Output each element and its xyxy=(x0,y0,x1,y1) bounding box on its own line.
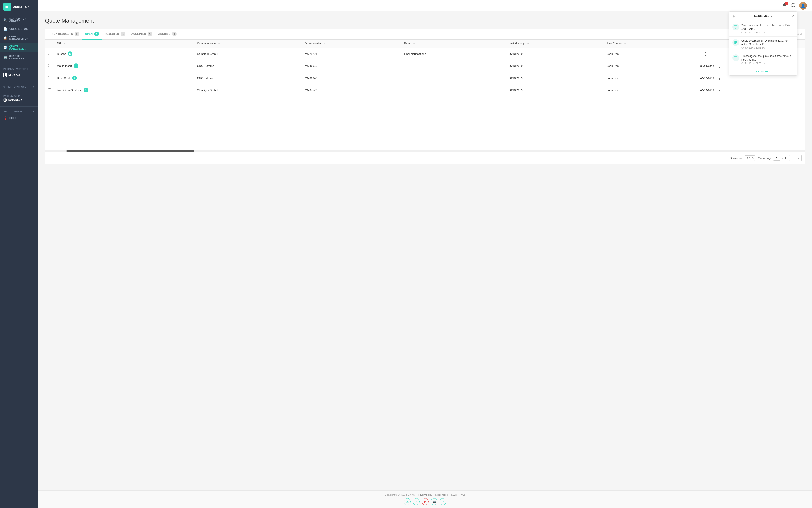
quote-table-container: NDA REQUESTS 0 OPEN 4 REJECTED 1 ACCEPTE… xyxy=(45,29,805,164)
notification-item[interactable]: 2 messages for the quote about order "Dr… xyxy=(729,21,797,37)
scrollbar-thumb[interactable] xyxy=(67,150,194,152)
sort-company-icon[interactable]: ⇅ xyxy=(218,42,220,45)
notif-type-icon xyxy=(732,39,739,46)
rows-per-page-select[interactable]: 10 25 50 xyxy=(745,156,755,161)
row-actions-button[interactable]: ⋮ xyxy=(716,63,723,69)
tab-archive[interactable]: ARCHIVE 0 xyxy=(155,29,179,40)
footer-copyright: Copyright © ORDERFOX AG xyxy=(385,494,415,496)
footer-privacy[interactable]: Privacy policy xyxy=(418,494,432,496)
row-created-date: 06/24/2019 xyxy=(700,65,714,68)
sort-last-message-icon[interactable]: ⇅ xyxy=(527,42,529,45)
notif-text: Quote acception by "Drehmoment AG" on or… xyxy=(741,39,794,46)
sidebar-logo[interactable]: OF ORDERFOX xyxy=(0,0,38,14)
tab-nda-requests-count: 0 xyxy=(75,32,79,36)
next-page-button[interactable]: › xyxy=(796,155,802,161)
search-companies-icon: 🏢 xyxy=(3,56,7,59)
sidebar-item-create-rfqs[interactable]: 📄 CREATE RFQS xyxy=(0,25,38,33)
col-order-label: Order number xyxy=(305,42,322,45)
sort-title-icon[interactable]: ⇅ xyxy=(64,42,66,45)
footer-legal[interactable]: Legal notice xyxy=(435,494,447,496)
row-created-date: 06/27/2019 xyxy=(700,89,714,92)
row-order-cell: MM37573 xyxy=(302,84,401,96)
tabs-bar: NDA REQUESTS 0 OPEN 4 REJECTED 1 ACCEPTE… xyxy=(45,29,805,40)
svg-rect-3 xyxy=(5,73,6,76)
tab-open[interactable]: OPEN 4 xyxy=(82,29,102,40)
row-created-date: 06/20/2019 xyxy=(700,77,714,80)
svg-point-6 xyxy=(4,99,6,101)
row-title: Drive Shaft 2 xyxy=(57,76,191,80)
notif-content: 2 messages for the quote about order "Dr… xyxy=(741,24,794,34)
row-checkbox[interactable] xyxy=(48,52,51,55)
page-total-label: to 1 xyxy=(782,157,786,160)
sidebar-about[interactable]: ABOUT ORDERFOX ▼ xyxy=(0,108,38,114)
notif-time: On Jun 14th at 12:38 pm xyxy=(741,32,794,34)
twitter-link[interactable]: 𝕏 xyxy=(404,498,411,505)
footer-faqs[interactable]: FAQs xyxy=(460,494,465,496)
row-title-cell: Drive Shaft 2 xyxy=(54,72,194,84)
prev-page-button[interactable]: ‹ xyxy=(789,155,795,161)
table-row: Buchse 10 Stunniger GmbH MM28224 Final c… xyxy=(45,48,805,60)
goto-page-label: Go to Page xyxy=(758,157,772,160)
sort-last-contact-icon[interactable]: ⇅ xyxy=(624,42,626,45)
tab-accepted[interactable]: ACCEPTED 1 xyxy=(128,29,155,40)
youtube-link[interactable]: ▶ xyxy=(422,498,428,505)
col-title-label: Title xyxy=(57,42,62,45)
notifications-close-button[interactable]: ✕ xyxy=(791,14,794,18)
row-company-cell: Stunniger GmbH xyxy=(194,84,302,96)
instagram-link[interactable]: 📷 xyxy=(431,498,437,505)
user-avatar[interactable]: 👤 xyxy=(799,2,807,9)
row-actions-button[interactable]: ⋮ xyxy=(716,75,723,81)
tab-accepted-label: ACCEPTED xyxy=(131,33,146,36)
row-checkbox-cell xyxy=(45,84,54,96)
row-title-text: Drive Shaft xyxy=(57,77,71,80)
sort-memo-icon[interactable]: ⇅ xyxy=(413,42,415,45)
sidebar-other-functions[interactable]: OTHER FUNCTIONS ▼ xyxy=(0,84,38,89)
notification-bell-button[interactable]: 3 xyxy=(782,3,787,8)
row-message-badge: 7 xyxy=(74,64,78,68)
row-order-cell: MM46055 xyxy=(302,60,401,72)
page-number-input[interactable] xyxy=(773,156,780,161)
col-header-last-message: Last Message ⇅ xyxy=(506,40,604,48)
table-row: Mould insert 7 CNC Extreme MM46055 06/13… xyxy=(45,60,805,72)
row-checkbox-cell xyxy=(45,48,54,60)
sidebar-item-search-orders[interactable]: 🔍 SEARCH FOR ORDERS xyxy=(0,15,38,25)
tab-rejected[interactable]: REJECTED 1 xyxy=(102,29,128,40)
row-title: Mould insert 7 xyxy=(57,64,191,68)
globe-icon-button[interactable] xyxy=(791,3,796,8)
sort-order-icon[interactable]: ⇅ xyxy=(324,42,325,45)
notifications-gear-icon[interactable]: ⚙ xyxy=(732,15,735,18)
row-actions-button[interactable]: ⋮ xyxy=(716,87,723,93)
svg-rect-2 xyxy=(3,73,4,77)
row-checkbox-cell xyxy=(45,60,54,72)
sidebar-item-quote-management[interactable]: 📑 QUOTE MANAGEMENT xyxy=(0,43,38,52)
checkbox-header xyxy=(45,40,54,48)
sidebar-item-create-rfqs-label: CREATE RFQS xyxy=(9,28,28,30)
table-horizontal-scrollbar[interactable] xyxy=(45,150,805,152)
sidebar-item-search-companies[interactable]: 🏢 SEARCH COMPANIES xyxy=(0,52,38,62)
row-title-cell: Mould insert 7 xyxy=(54,60,194,72)
row-checkbox[interactable] xyxy=(48,76,51,79)
linkedin-link[interactable]: in xyxy=(439,498,446,505)
table-header-row: Title ⇅ Company Name ⇅ Order number ⇅ xyxy=(45,40,805,48)
notification-item[interactable]: Quote acception by "Drehmoment AG" on or… xyxy=(729,37,797,52)
row-last-contact-cell: John Doe xyxy=(604,72,697,84)
row-company-cell: CNC Extreme xyxy=(194,60,302,72)
table-wrapper: Title ⇅ Company Name ⇅ Order number ⇅ xyxy=(45,40,805,152)
svg-text:OF: OF xyxy=(5,5,9,9)
sidebar-item-help[interactable]: ❓ HELP xyxy=(0,114,38,122)
autodesk-partner: PARTNERSHIP AUTODESK xyxy=(0,93,38,105)
goto-page-control: Go to Page to 1 xyxy=(758,156,786,161)
facebook-link[interactable]: f xyxy=(413,498,420,505)
row-checkbox[interactable] xyxy=(48,88,51,91)
sidebar-item-order-management[interactable]: 📋 ORDER MANAGEMENT xyxy=(0,33,38,43)
row-checkbox[interactable] xyxy=(48,64,51,67)
tab-nda-requests[interactable]: NDA REQUESTS 0 xyxy=(49,29,82,40)
notifications-list: 2 messages for the quote about order "Dr… xyxy=(729,21,797,67)
sidebar-premium-partners[interactable]: PREMIUM PARTNERS xyxy=(0,66,38,72)
main-content: 3 👤 Quote Management NDA REQUESTS 0 xyxy=(38,0,812,508)
svg-rect-4 xyxy=(6,73,7,77)
show-all-notifications-button[interactable]: SHOW ALL xyxy=(756,70,770,73)
row-actions-button[interactable]: ⋮ xyxy=(702,51,709,57)
footer-tcs[interactable]: T&Cs xyxy=(451,494,457,496)
notification-item[interactable]: 1 message for the quote about order "Mou… xyxy=(729,52,797,67)
